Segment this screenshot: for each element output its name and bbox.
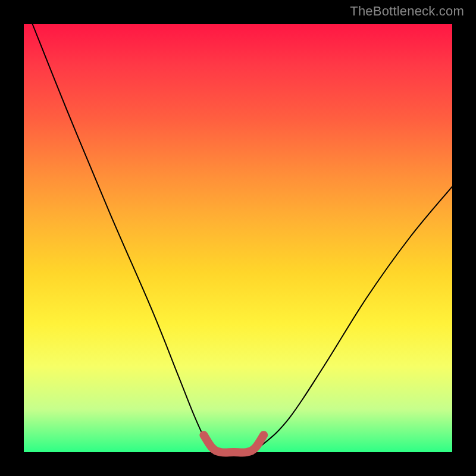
- watermark-text: TheBottleneck.com: [350, 4, 464, 19]
- curve-svg: [24, 24, 452, 452]
- bottleneck-curve-path: [32, 24, 452, 453]
- bottom-highlight: [203, 435, 264, 452]
- chart-frame: TheBottleneck.com: [0, 0, 476, 476]
- plot-area: [24, 24, 452, 452]
- bottom-highlight-path: [203, 435, 264, 452]
- main-curve: [32, 24, 452, 453]
